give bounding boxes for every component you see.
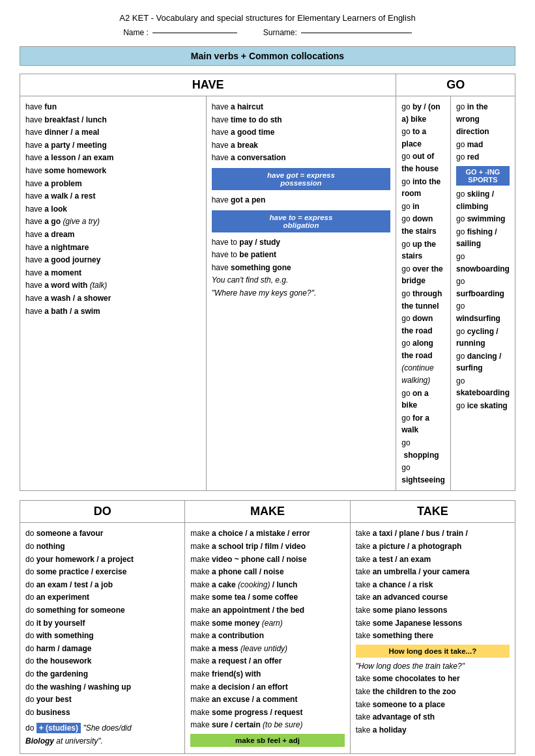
take-item: take some piano lessons (356, 604, 510, 617)
do-header: DO (20, 501, 185, 523)
make-col: make a choice / a mistake / error make a… (185, 523, 350, 754)
do-item: do an experiment (25, 591, 179, 604)
have-item: have a problem (25, 178, 201, 190)
do-col: do someone a favour do nothing do your h… (20, 523, 185, 754)
go-item: go cycling / running (456, 326, 510, 350)
name-underline (152, 33, 237, 33)
go-item: go into the room (401, 176, 445, 200)
do-item: do the washing / washing up (25, 681, 179, 693)
take-item: take an advanced course (356, 591, 510, 604)
have-item: have a word with (talk) (25, 279, 201, 292)
go-item: go shopping (401, 437, 445, 461)
have-item: have a go (give a try) (25, 216, 201, 228)
have-item: have a break (212, 139, 391, 152)
take-item: take advantage of sth (356, 711, 510, 723)
make-item: make an appointment / the bed (190, 604, 344, 617)
go-item: go dancing / surfing (456, 350, 510, 374)
have-item: have a conversation (212, 152, 391, 164)
surname-label: Surname: (263, 28, 297, 37)
make-item: make a request / an offer (190, 655, 344, 667)
make-header: MAKE (185, 501, 350, 523)
take-item: take a test / an exam (356, 553, 510, 566)
have-item: have a good time (212, 126, 391, 139)
go-item: direction (456, 126, 510, 138)
go-item: go surfboarding (456, 275, 510, 300)
take-item: take someone to a place (356, 699, 510, 711)
take-item: take a holiday (356, 724, 510, 736)
go-item: go red (456, 151, 510, 163)
have-item: have a look (25, 203, 201, 216)
do-item: do with something (25, 630, 179, 642)
surname-field: Surname: (263, 28, 412, 37)
have-item: have got a pen (212, 194, 391, 206)
go-item: go down the stairs (401, 213, 445, 237)
make-item: make a school trip / film / video (190, 540, 344, 553)
make-item: make a phone call / noise (190, 566, 344, 578)
take-item: take the children to the zoo (356, 686, 510, 698)
have-item: "Where have my keys gone?". (212, 287, 391, 300)
have-to-box: have to = expressobligation (212, 210, 391, 232)
have-item: have a walk / a rest (25, 190, 201, 203)
go-item: go along the road (401, 337, 445, 361)
go-item: go sightseeing (401, 462, 445, 486)
do-item: do your best (25, 693, 179, 706)
take-item: take an umbrella / your camera (356, 566, 510, 578)
do-item: do it by yourself (25, 617, 179, 630)
have-item: You can't find sth, e.g. (212, 274, 391, 287)
go-item: go ice skating (456, 400, 510, 412)
name-field: Name : (123, 28, 237, 37)
do-item: do your homework / a project (25, 553, 179, 566)
have-left-col: have fun have breakfast / lunch have din… (20, 96, 207, 491)
take-item: "How long does the train take?" (356, 660, 510, 673)
go-item: go by / (on a) bike (401, 101, 445, 125)
have-item: have fun (25, 101, 201, 113)
make-item: make some money (earn) (190, 617, 344, 630)
make-item: make a decision / an effort (190, 681, 344, 693)
make-feel-box: make sb feel + adj (190, 734, 344, 747)
have-item: have something gone (212, 262, 391, 274)
do-item: Biology at university". (25, 735, 179, 748)
go-item: go up the stairs (401, 238, 445, 262)
do-item: do harm / damage (25, 643, 179, 655)
go-item: go skateboarding (456, 375, 510, 399)
go-item: go swimming (456, 213, 510, 225)
do-item: do + (studies) "She does/did (25, 722, 179, 735)
go-item: go on a bike (401, 387, 445, 412)
have-item: have breakfast / lunch (25, 114, 201, 126)
do-item: do the gardening (25, 668, 179, 680)
have-item: have some homework (25, 165, 201, 177)
make-item: make friend(s) with (190, 668, 344, 680)
how-long-box: How long does it take...? (356, 645, 510, 658)
have-item: have dinner / a meal (25, 126, 201, 139)
go-item: go snowboarding (456, 251, 510, 275)
make-item: make a choice / a mistake / error (190, 527, 344, 540)
take-header: TAKE (350, 501, 515, 523)
go-item: go skiing / climbing (456, 188, 510, 212)
go-left-col: go by / (on a) bike go to a place go out… (396, 96, 451, 491)
make-item: make an excuse / a comment (190, 693, 344, 706)
have-item: have to pay / study (212, 236, 391, 249)
surname-underline (301, 33, 412, 33)
go-item: go for a walk (401, 412, 445, 436)
make-item: make sure / certain (to be sure) (190, 719, 344, 731)
section-title-bar: Main verbs + Common collocations (20, 46, 515, 66)
make-item: make some progress / request (190, 707, 344, 719)
have-item: have a party / meeting (25, 139, 201, 152)
make-item: make a cake (cooking) / lunch (190, 579, 344, 591)
have-got-box: have got = expresspossession (212, 168, 391, 190)
take-item: take a picture / a photograph (356, 540, 510, 553)
do-item: do nothing (25, 540, 179, 553)
have-item: have a bath / a swim (25, 305, 201, 318)
take-item: take some Japanese lessons (356, 617, 510, 630)
go-item: go in (401, 201, 445, 213)
page-title: A2 KET - Vocabulary and special structur… (20, 13, 515, 23)
have-item: have to be patient (212, 249, 391, 261)
go-item: go through the tunnel (401, 288, 445, 312)
make-item: make some tea / some coffee (190, 591, 344, 604)
take-col: take a taxi / plane / bus / train / take… (350, 523, 515, 754)
go-item: go down the road (401, 313, 445, 337)
make-item: make a contribution (190, 630, 344, 642)
do-item: do something for someone (25, 604, 179, 617)
do-item: do an exam / test / a job (25, 579, 179, 591)
do-item: do the housework (25, 655, 179, 667)
